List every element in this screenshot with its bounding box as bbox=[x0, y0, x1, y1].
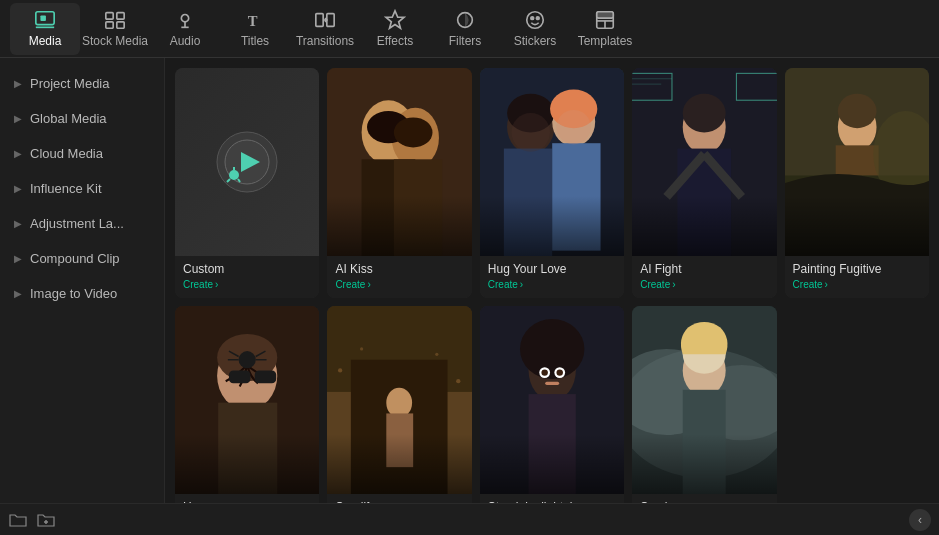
svg-rect-71 bbox=[255, 370, 276, 383]
sidebar-label-compound-clip: Compound Clip bbox=[30, 251, 120, 266]
templates-icon bbox=[594, 9, 616, 31]
ai-fight-card-info: AI Fight Create › bbox=[632, 256, 776, 298]
svg-point-43 bbox=[511, 113, 550, 152]
effects-icon bbox=[384, 9, 406, 31]
svg-point-65 bbox=[239, 351, 256, 368]
gradient-overlay bbox=[480, 434, 624, 494]
card-custom[interactable]: Custom Create › bbox=[175, 68, 319, 298]
titles-icon: T bbox=[244, 9, 266, 31]
gradient-overlay bbox=[632, 434, 776, 494]
arrow-icon: ▶ bbox=[14, 183, 22, 194]
svg-point-44 bbox=[556, 110, 590, 144]
chevron-right-icon: › bbox=[520, 279, 523, 290]
sidebar: ▶ Project Media ▶ Global Media ▶ Cloud M… bbox=[0, 58, 165, 503]
svg-point-48 bbox=[683, 94, 726, 133]
custom-card-image bbox=[175, 68, 319, 256]
nav-item-audio[interactable]: Audio bbox=[150, 3, 220, 55]
arrow-icon: ▶ bbox=[14, 78, 22, 89]
horror-card-info: Horror Create › bbox=[175, 494, 319, 503]
card-sandify[interactable]: Sandify Create › bbox=[327, 306, 471, 503]
chevron-right-icon: › bbox=[215, 279, 218, 290]
media-icon bbox=[34, 9, 56, 31]
svg-point-17 bbox=[536, 17, 539, 20]
ai-kiss-card-info: AI Kiss Create › bbox=[327, 256, 471, 298]
nav-item-stickers[interactable]: Stickers bbox=[500, 3, 570, 55]
main-area: ▶ Project Media ▶ Global Media ▶ Cloud M… bbox=[0, 58, 939, 503]
nav-item-effects[interactable]: Effects bbox=[360, 3, 430, 55]
hug-love-card-create[interactable]: Create › bbox=[488, 279, 616, 290]
sidebar-item-image-to-video[interactable]: ▶ Image to Video bbox=[0, 276, 164, 311]
svg-point-75 bbox=[387, 388, 413, 418]
svg-rect-3 bbox=[106, 13, 113, 19]
sandify-card-info: Sandify Create › bbox=[327, 494, 471, 503]
hug-love-card-title: Hug Your Love bbox=[488, 262, 616, 276]
svg-marker-13 bbox=[386, 11, 404, 28]
svg-point-78 bbox=[457, 379, 461, 383]
card-ai-kiss[interactable]: AI Kiss Create › bbox=[327, 68, 471, 298]
ai-kiss-card-create[interactable]: Create › bbox=[335, 279, 463, 290]
card-hug-your-love[interactable]: Hug Your Love Create › bbox=[480, 68, 624, 298]
gradient-overlay bbox=[327, 196, 471, 256]
sidebar-item-influence-kit[interactable]: ▶ Influence Kit bbox=[0, 171, 164, 206]
ai-kiss-card-title: AI Kiss bbox=[335, 262, 463, 276]
sidebar-item-cloud-media[interactable]: ▶ Cloud Media bbox=[0, 136, 164, 171]
svg-point-87 bbox=[541, 369, 547, 375]
nav-label-effects: Effects bbox=[377, 34, 413, 48]
svg-point-35 bbox=[394, 117, 433, 147]
nav-item-titles[interactable]: T Titles bbox=[220, 3, 290, 55]
gradient-overlay bbox=[327, 434, 471, 494]
new-folder-icon[interactable] bbox=[36, 510, 56, 530]
svg-rect-5 bbox=[106, 22, 113, 28]
gradient-overlay bbox=[632, 196, 776, 256]
lightning-image bbox=[480, 306, 624, 494]
sidebar-item-compound-clip[interactable]: ▶ Compound Clip bbox=[0, 241, 164, 276]
nav-item-media[interactable]: Media bbox=[10, 3, 80, 55]
card-struck-by-lightning[interactable]: Struck by lightning Create › bbox=[480, 306, 624, 503]
painting-card-create[interactable]: Create › bbox=[793, 279, 921, 290]
arrow-icon: ▶ bbox=[14, 148, 22, 159]
horror-image bbox=[175, 306, 319, 494]
lightning-card-info: Struck by lightning Create › bbox=[480, 494, 624, 503]
card-painting-fugitive[interactable]: Painting Fugitive Create › bbox=[785, 68, 929, 298]
sidebar-item-global-media[interactable]: ▶ Global Media bbox=[0, 101, 164, 136]
nav-label-titles: Titles bbox=[241, 34, 269, 48]
svg-point-84 bbox=[520, 319, 584, 379]
sidebar-label-cloud-media: Cloud Media bbox=[30, 146, 103, 161]
collapse-sidebar-button[interactable]: ‹ bbox=[909, 509, 931, 531]
nav-label-audio: Audio bbox=[170, 34, 201, 48]
sidebar-label-influence-kit: Influence Kit bbox=[30, 181, 102, 196]
nav-item-filters[interactable]: Filters bbox=[430, 3, 500, 55]
svg-point-80 bbox=[436, 353, 439, 356]
svg-rect-19 bbox=[597, 12, 614, 18]
hug-your-love-image bbox=[480, 68, 624, 256]
smoke-card-info: Smoke escape Create › bbox=[632, 494, 776, 503]
sandify-image bbox=[327, 306, 471, 494]
ai-fight-image bbox=[632, 68, 776, 256]
svg-rect-70 bbox=[229, 370, 250, 383]
sidebar-item-project-media[interactable]: ▶ Project Media bbox=[0, 66, 164, 101]
card-ai-fight[interactable]: AI Fight Create › bbox=[632, 68, 776, 298]
lightning-card-title: Struck by lightning bbox=[488, 500, 616, 503]
gradient-overlay bbox=[175, 434, 319, 494]
transitions-icon bbox=[314, 9, 336, 31]
nav-item-transitions[interactable]: Transitions bbox=[290, 3, 360, 55]
svg-point-88 bbox=[556, 369, 562, 375]
arrow-icon: ▶ bbox=[14, 288, 22, 299]
card-smoke-escape[interactable]: Smoke escape Create › bbox=[632, 306, 776, 503]
svg-rect-11 bbox=[316, 14, 323, 27]
arrow-icon: ▶ bbox=[14, 253, 22, 264]
ai-fight-card-create[interactable]: Create › bbox=[640, 279, 768, 290]
ai-kiss-image bbox=[327, 68, 471, 256]
svg-rect-6 bbox=[117, 22, 124, 28]
sidebar-item-adjustment-layer[interactable]: ▶ Adjustment La... bbox=[0, 206, 164, 241]
nav-item-templates[interactable]: Templates bbox=[570, 3, 640, 55]
sidebar-label-image-to-video: Image to Video bbox=[30, 286, 117, 301]
custom-card-create[interactable]: Create › bbox=[183, 279, 311, 290]
folder-icon[interactable] bbox=[8, 510, 28, 530]
arrow-icon: ▶ bbox=[14, 218, 22, 229]
card-horror[interactable]: Horror Create › bbox=[175, 306, 319, 503]
painting-card-title: Painting Fugitive bbox=[793, 262, 921, 276]
stickers-icon bbox=[524, 9, 546, 31]
nav-item-stock-media[interactable]: Stock Media bbox=[80, 3, 150, 55]
svg-point-77 bbox=[338, 368, 342, 372]
